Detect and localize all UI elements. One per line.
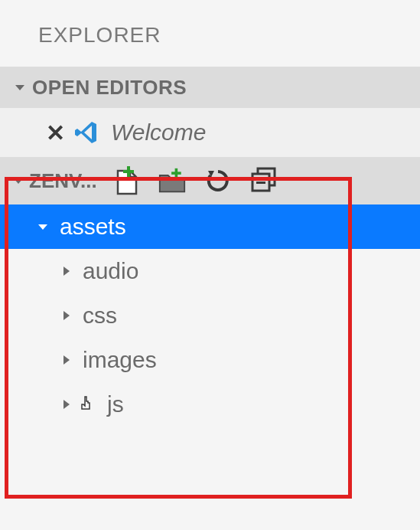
- editor-tab-label: Welcome: [111, 119, 206, 146]
- chevron-right-icon: [61, 398, 72, 411]
- chevron-right-icon: [61, 265, 72, 277]
- open-editors-label: OPEN EDITORS: [32, 76, 187, 100]
- tree-folder-audio[interactable]: audio: [0, 249, 420, 293]
- project-name-label: ZENV...: [29, 169, 97, 193]
- close-icon[interactable]: ✕: [46, 119, 65, 146]
- folder-label: css: [83, 303, 117, 329]
- collapse-all-icon[interactable]: [250, 167, 278, 195]
- svg-rect-1: [123, 170, 134, 173]
- tree-folder-css[interactable]: css: [0, 293, 420, 338]
- explorer-panel-title: EXPLORER: [0, 0, 420, 67]
- new-file-icon[interactable]: [112, 167, 140, 195]
- folder-label: assets: [60, 214, 126, 240]
- chevron-right-icon: [61, 354, 72, 366]
- folder-label: audio: [83, 258, 138, 284]
- svg-rect-3: [171, 172, 181, 175]
- vscode-logo-icon: [73, 119, 100, 146]
- chevron-down-icon: [12, 175, 24, 187]
- tree-folder-js[interactable]: js: [0, 382, 420, 427]
- svg-rect-6: [256, 182, 265, 184]
- folder-label: js: [107, 391, 124, 417]
- refresh-icon[interactable]: [204, 167, 232, 195]
- open-editor-item[interactable]: ✕ Welcome: [0, 108, 420, 157]
- cursor-pointer-icon: [78, 395, 96, 414]
- new-folder-icon[interactable]: [158, 167, 186, 195]
- chevron-down-icon: [14, 81, 26, 93]
- tree-folder-assets[interactable]: assets: [0, 204, 420, 249]
- chevron-down-icon: [37, 221, 49, 233]
- project-header[interactable]: ZENV...: [0, 157, 420, 204]
- chevron-right-icon: [61, 309, 72, 322]
- project-toolbar: [112, 167, 278, 195]
- open-editors-header[interactable]: OPEN EDITORS: [0, 67, 420, 108]
- folder-label: images: [83, 347, 157, 373]
- tree-folder-images[interactable]: images: [0, 338, 420, 382]
